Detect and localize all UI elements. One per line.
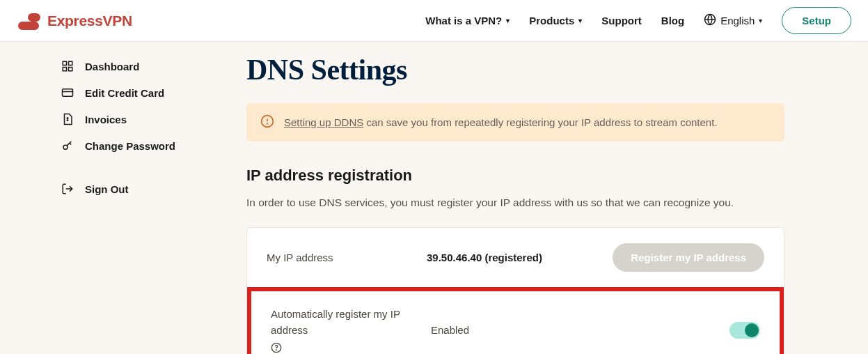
nav-label: Support (601, 15, 642, 26)
auto-register-highlight: Automatically register my IP address Ena… (247, 287, 784, 354)
brand-name: ExpressVPN (47, 13, 132, 29)
sidebar-item-edit-card[interactable]: Edit Credit Card (61, 79, 209, 106)
svg-rect-3 (63, 68, 66, 71)
svg-rect-4 (69, 68, 72, 71)
auto-register-row: Automatically register my IP address Ena… (251, 291, 780, 354)
alert-text: Setting up DDNS can save you from repeat… (284, 116, 718, 128)
setup-button[interactable]: Setup (782, 7, 851, 34)
chevron-down-icon: ▾ (506, 17, 510, 24)
sidebar-item-label: Change Password (85, 140, 175, 152)
brand-logo[interactable]: ExpressVPN (17, 12, 132, 30)
dashboard-icon (61, 60, 74, 72)
key-icon (61, 139, 74, 152)
sidebar-item-invoices[interactable]: Invoices (61, 106, 209, 132)
nav-label: Products (529, 15, 574, 26)
nav-what-is-vpn[interactable]: What is a VPN? ▾ (425, 15, 510, 26)
sidebar-item-label: Edit Credit Card (85, 87, 164, 99)
ip-row: My IP address 39.50.46.40 (registered) R… (247, 228, 784, 287)
section-title: IP address registration (246, 167, 784, 185)
sidebar-item-change-password[interactable]: Change Password (61, 132, 209, 159)
sidebar-item-label: Invoices (85, 114, 127, 125)
nav-label: Blog (661, 15, 684, 26)
svg-point-10 (267, 123, 268, 124)
sidebar-item-sign-out[interactable]: Sign Out (61, 176, 209, 202)
svg-rect-1 (63, 61, 66, 65)
auto-register-value: Enabled (431, 324, 716, 336)
nav-blog[interactable]: Blog (661, 15, 684, 26)
ddns-alert: Setting up DDNS can save you from repeat… (246, 103, 784, 141)
nav-support[interactable]: Support (601, 15, 642, 26)
auto-register-label: Automatically register my IP address (271, 307, 417, 353)
ip-row-label: My IP address (267, 250, 413, 266)
info-icon (260, 114, 274, 130)
svg-rect-2 (69, 61, 72, 65)
svg-point-12 (276, 350, 277, 351)
chevron-down-icon: ▾ (578, 17, 582, 24)
top-nav: What is a VPN? ▾ Products ▾ Support Blog… (425, 7, 851, 34)
page-body: Dashboard Edit Credit Card Invoices Chan… (0, 42, 868, 354)
expressvpn-logo-icon (17, 12, 40, 30)
auto-register-label-text: Automatically register my IP address (271, 307, 417, 338)
ddns-link[interactable]: Setting up DDNS (284, 116, 363, 128)
svg-rect-5 (63, 89, 73, 97)
toggle-knob (745, 323, 759, 337)
globe-icon (704, 13, 716, 28)
invoice-icon (61, 113, 74, 125)
credit-card-icon (61, 86, 74, 99)
section-description: In order to use DNS services, you must r… (246, 194, 784, 210)
sidebar-item-label: Sign Out (85, 183, 129, 195)
ip-row-value: 39.50.46.40 (registered) (427, 252, 599, 263)
language-selector[interactable]: English ▾ (704, 13, 762, 28)
help-icon[interactable] (271, 342, 282, 353)
page-title: DNS Settings (246, 53, 784, 86)
sign-out-icon (61, 183, 74, 195)
nav-products[interactable]: Products ▾ (529, 15, 582, 26)
top-header: ExpressVPN What is a VPN? ▾ Products ▾ S… (0, 0, 868, 42)
register-ip-button[interactable]: Register my IP address (613, 243, 764, 272)
chevron-down-icon: ▾ (759, 17, 762, 24)
language-label: English (720, 15, 755, 26)
sidebar-item-dashboard[interactable]: Dashboard (61, 53, 209, 79)
ip-registration-card: My IP address 39.50.46.40 (registered) R… (246, 227, 784, 354)
main-content: DNS Settings Setting up DDNS can save yo… (209, 47, 868, 354)
alert-rest: can save you from repeatedly registering… (363, 116, 717, 128)
nav-label: What is a VPN? (425, 15, 502, 26)
sidebar-item-label: Dashboard (85, 61, 139, 72)
sidebar: Dashboard Edit Credit Card Invoices Chan… (0, 47, 209, 354)
auto-register-toggle[interactable] (729, 322, 760, 339)
